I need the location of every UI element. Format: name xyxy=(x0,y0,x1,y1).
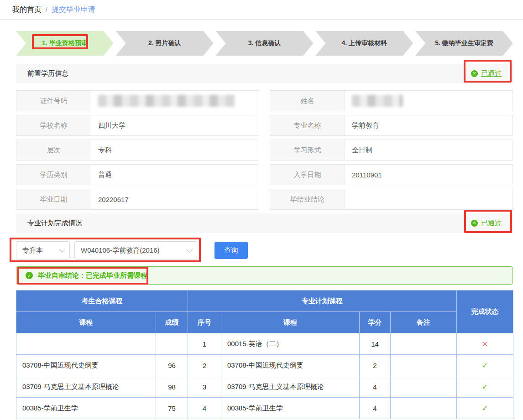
table-row: 00385-学前卫生学75400385-学前卫生学4✓ xyxy=(16,398,513,419)
seq-cell: 3 xyxy=(188,376,221,398)
form-field: 毕结业结论 xyxy=(270,189,513,210)
step-5[interactable]: 5. 缴纳毕业生审定费 xyxy=(415,31,513,56)
sub-header-row: 课程成绩序号课程学分备注 xyxy=(16,312,513,333)
field-value: 全日制 xyxy=(345,140,513,160)
seq-cell: 1 xyxy=(188,333,221,355)
redacted-value xyxy=(98,95,235,107)
credit-cell: 14 xyxy=(360,333,391,355)
remark-cell xyxy=(391,355,457,376)
score-cell: 96 xyxy=(156,355,188,376)
self-audit-alert-text: 毕业自审结论：已完成毕业所需课程 xyxy=(38,271,147,280)
step-3[interactable]: 3. 信息确认 xyxy=(216,31,314,56)
field-value: 四川大学 xyxy=(91,115,259,135)
breadcrumb: 我的首页 / 提交毕业申请 xyxy=(0,0,523,20)
field-value: 20110901 xyxy=(345,165,513,185)
field-value: 专科 xyxy=(91,140,259,160)
sub-header-cell: 备注 xyxy=(391,312,457,333)
status-badge-plan-label: 已通过 xyxy=(481,219,502,228)
level-select-value: 专升本 xyxy=(22,246,43,255)
sub-header-cell: 课程 xyxy=(16,312,156,333)
form-field: 专业名称学前教育 xyxy=(270,115,513,136)
seq-cell: 4 xyxy=(188,398,221,419)
group-header-plan-courses: 专业计划课程 xyxy=(188,290,457,312)
status-badge-plan[interactable]: ✕ 已通过 xyxy=(471,219,502,228)
plan-course-cell: 00385-学前卫生学 xyxy=(221,398,360,419)
passed-course-cell: 03709-马克思主义基本原理概论 xyxy=(16,376,156,398)
sub-header-cell: 学分 xyxy=(360,312,391,333)
score-cell: 75 xyxy=(156,398,188,419)
seq-cell: 2 xyxy=(188,355,221,376)
section-title-education: 前置学历信息 xyxy=(27,69,68,78)
major-select[interactable]: W040106-学前教育(2016) xyxy=(74,241,197,259)
status-badge-education-label: 已通过 xyxy=(481,69,502,78)
form-field: 学校名称四川大学 xyxy=(16,115,259,136)
circle-x-icon: ✕ xyxy=(471,70,478,77)
status-check-icon: ✓ xyxy=(457,355,513,376)
sub-header-cell: 成绩 xyxy=(156,312,188,333)
section-header-plan: 专业计划完成情况 ✕ 已通过 xyxy=(16,213,513,233)
status-x-icon: ✕ xyxy=(457,333,513,355)
field-label: 姓名 xyxy=(270,91,345,111)
field-label: 入学日期 xyxy=(270,165,345,185)
sub-header-cell: 课程 xyxy=(221,312,360,333)
field-value xyxy=(345,91,513,111)
main-content: 1. 毕业资格预审2. 照片确认3. 信息确认4. 上传审核材料5. 缴纳毕业生… xyxy=(0,31,523,419)
table-row: 03709-马克思主义基本原理概论98303709-马克思主义基本原理概论4✓ xyxy=(16,376,513,398)
form-field: 证件号码 xyxy=(16,90,259,111)
field-label: 层次 xyxy=(16,140,91,160)
form-field: 姓名 xyxy=(270,90,513,111)
field-label: 专业名称 xyxy=(270,115,345,135)
education-form: 证件号码姓名学校名称四川大学专业名称学前教育层次专科学习形式全日制学历类别普通入… xyxy=(16,90,513,210)
remark-cell xyxy=(391,398,457,419)
plan-course-cell: 03708-中国近现代史纲要 xyxy=(221,355,360,376)
field-label: 毕业日期 xyxy=(16,189,91,209)
field-label: 学习形式 xyxy=(270,140,345,160)
passed-course-cell: 03708-中国近现代史纲要 xyxy=(16,355,156,376)
score-cell xyxy=(156,333,188,355)
form-field: 毕业日期20220617 xyxy=(16,189,259,210)
step-bar: 1. 毕业资格预审2. 照片确认3. 信息确认4. 上传审核材料5. 缴纳毕业生… xyxy=(16,31,513,56)
field-label: 学历类别 xyxy=(16,165,91,185)
status-badge-education[interactable]: ✕ 已通过 xyxy=(471,69,502,78)
self-audit-alert: ✓ 毕业自审结论：已完成毕业所需课程 xyxy=(16,266,513,285)
level-select[interactable]: 专升本 xyxy=(16,241,70,259)
step-4[interactable]: 4. 上传审核材料 xyxy=(315,31,413,56)
step-2[interactable]: 2. 照片确认 xyxy=(116,31,214,56)
form-field: 入学日期20110901 xyxy=(270,164,513,185)
plan-course-cell: 03709-马克思主义基本原理概论 xyxy=(221,376,360,398)
chevron-down-icon xyxy=(59,246,65,253)
field-value xyxy=(91,91,259,111)
step-1[interactable]: 1. 毕业资格预审 xyxy=(16,31,114,56)
status-check-icon: ✓ xyxy=(457,376,513,398)
breadcrumb-current-link[interactable]: 提交毕业申请 xyxy=(52,5,95,15)
plan-course-cell: 00015-英语（二） xyxy=(221,333,360,355)
form-field: 层次专科 xyxy=(16,140,259,161)
query-button[interactable]: 查询 xyxy=(214,242,248,259)
breadcrumb-home-link[interactable]: 我的首页 xyxy=(12,5,42,15)
group-header-completion-status: 完成状态 xyxy=(457,290,513,333)
course-table-body: 100015-英语（二）14✕03708-中国近现代史纲要96203708-中国… xyxy=(16,333,513,419)
form-field: 学习形式全日制 xyxy=(270,140,513,161)
field-label: 证件号码 xyxy=(16,91,91,111)
group-header-passed-courses: 考生合格课程 xyxy=(16,290,188,312)
field-label: 学校名称 xyxy=(16,115,91,135)
remark-cell xyxy=(391,333,457,355)
chevron-down-icon xyxy=(186,246,193,253)
redacted-value xyxy=(352,95,403,107)
table-row: 100015-英语（二）14✕ xyxy=(16,333,513,355)
form-field: 学历类别普通 xyxy=(16,164,259,185)
check-circle-icon: ✓ xyxy=(26,272,33,279)
section-header-education: 前置学历信息 ✕ 已通过 xyxy=(16,64,513,83)
field-value xyxy=(345,189,513,209)
sub-header-cell: 序号 xyxy=(188,312,221,333)
score-cell: 98 xyxy=(156,376,188,398)
field-value: 20220617 xyxy=(91,189,259,209)
field-value: 学前教育 xyxy=(345,115,513,135)
breadcrumb-separator: / xyxy=(46,6,47,13)
passed-course-cell: 00385-学前卫生学 xyxy=(16,398,156,419)
course-table-header: 考生合格课程 专业计划课程 完成状态 课程成绩序号课程学分备注 xyxy=(16,290,513,333)
table-row: 03708-中国近现代史纲要96203708-中国近现代史纲要2✓ xyxy=(16,355,513,376)
course-table: 考生合格课程 专业计划课程 完成状态 课程成绩序号课程学分备注 100015-英… xyxy=(16,290,513,419)
major-select-value: W040106-学前教育(2016) xyxy=(81,246,160,255)
passed-course-cell xyxy=(16,333,156,355)
